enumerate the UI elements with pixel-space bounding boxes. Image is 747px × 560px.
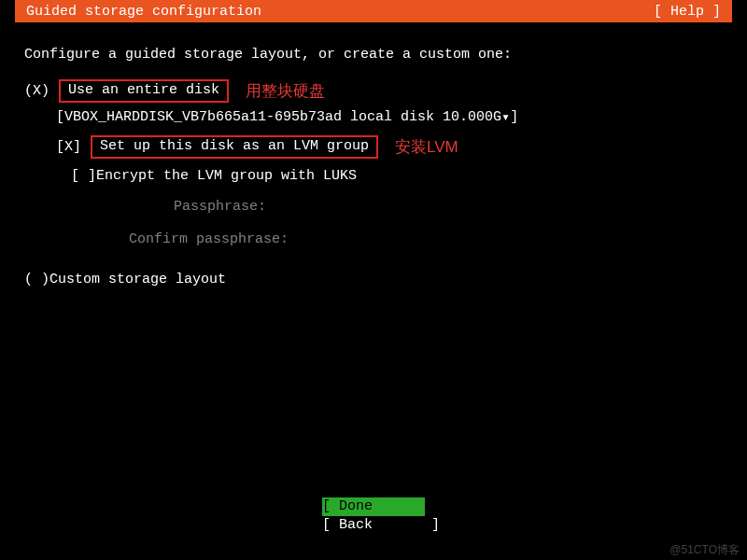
checkbox-marker-encrypt: [ ] <box>71 168 96 184</box>
radio-marker-custom: ( ) <box>24 272 49 287</box>
done-button[interactable]: [ Done ] <box>322 497 425 516</box>
option-entire-disk[interactable]: (X) Use an entire disk 用整块硬盘 <box>24 79 732 103</box>
bracket-open: [ <box>56 109 64 125</box>
installer-header: Guided storage configuration [ Help ] <box>15 0 732 22</box>
intro-text: Configure a guided storage layout, or cr… <box>24 47 732 63</box>
custom-label: Custom storage layout <box>49 272 226 287</box>
page-title: Guided storage configuration <box>26 4 261 20</box>
option-lvm[interactable]: [X] Set up this disk as an LVM group 安装L… <box>56 135 732 159</box>
entire-disk-label: Use an entire disk <box>59 79 229 103</box>
annotation-lvm: 安装LVM <box>395 136 458 158</box>
disk-selector[interactable]: [ VBOX_HARDDISK_VB7b665a11-695b73ad loca… <box>56 108 732 126</box>
radio-marker-entire: (X) <box>24 83 49 99</box>
chevron-down-icon: ▾ <box>501 108 510 126</box>
content-area: Configure a guided storage layout, or cr… <box>0 22 747 287</box>
lvm-label: Set up this disk as an LVM group <box>91 135 378 159</box>
help-button[interactable]: [ Help ] <box>654 4 721 20</box>
option-encrypt[interactable]: [ ] Encrypt the LVM group with LUKS <box>71 168 732 184</box>
button-bar: [ Done ] [ Back ] <box>0 497 747 534</box>
disk-value: VBOX_HARDDISK_VB7b665a11-695b73ad local … <box>64 109 501 125</box>
checkbox-marker-lvm: [X] <box>56 139 81 155</box>
encrypt-label: Encrypt the LVM group with LUKS <box>96 168 357 184</box>
option-custom-layout[interactable]: ( ) Custom storage layout <box>24 272 732 287</box>
passphrase-field[interactable]: Passphrase: <box>174 199 732 215</box>
back-button[interactable]: [ Back ] <box>322 516 425 535</box>
annotation-entire-disk: 用整块硬盘 <box>246 80 325 102</box>
bracket-close: ] <box>510 109 518 125</box>
passphrase-label: Passphrase: <box>174 199 266 215</box>
confirm-passphrase-field[interactable]: Confirm passphrase: <box>129 231 732 247</box>
confirm-passphrase-label: Confirm passphrase: <box>129 231 289 247</box>
watermark: @51CTO博客 <box>669 542 740 558</box>
